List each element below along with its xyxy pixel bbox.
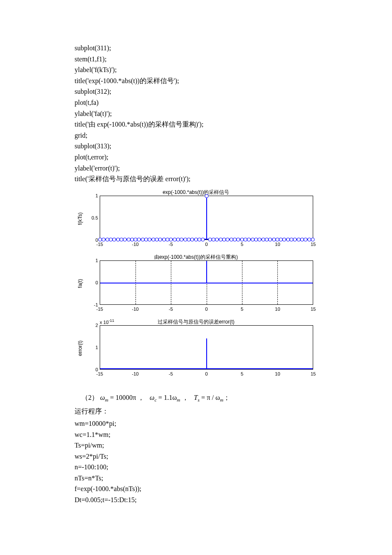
punct: ，	[180, 394, 189, 401]
chart-2-ylabel: fa(t)	[77, 279, 83, 288]
signal-peak	[206, 338, 207, 369]
xtick: -10	[132, 306, 139, 312]
eq: = π / ω	[199, 394, 220, 401]
chart-3-yticks: 2 1 0	[88, 325, 99, 370]
run-label: 运行程序：	[75, 405, 317, 418]
figure: exp(-1000.*abs(t))的采样信号 f(kTs) 1 0.5 0 -…	[77, 189, 315, 378]
signal-peak	[206, 261, 207, 283]
chart-3-plot	[100, 325, 313, 370]
code-block-top: subplot(311); stem(t1,f1); ylabel('f(kTs…	[75, 43, 317, 185]
chart-3-ylabel: error(t)	[77, 340, 83, 356]
scale-exp: -11	[109, 318, 114, 323]
xtick: 15	[311, 306, 316, 312]
chart-3-scale: x 10-11	[100, 318, 114, 325]
chart-2: 由exp(-1000.*abs(t))的采样信号重构) fa(t) 1 0 -1…	[77, 254, 315, 313]
page: subplot(311); stem(t1,f1); ylabel('f(kTs…	[0, 0, 392, 535]
chart-1-yticks: 1 0.5 0	[88, 196, 99, 240]
chart-3-xticks: -15 -10 -5 0 5 10 15	[100, 371, 313, 377]
chart-1-title: exp(-1000.*abs(t))的采样信号	[77, 189, 315, 196]
xtick: 5	[241, 306, 243, 312]
chart-2-title: 由exp(-1000.*abs(t))的采样信号重构)	[77, 254, 315, 261]
xtick: -5	[169, 371, 173, 376]
chart-1-ylabel: f(kTs)	[77, 212, 83, 225]
sym: ω	[150, 394, 154, 401]
xtick: -15	[96, 242, 103, 247]
punct: ；	[223, 394, 230, 401]
chart-2-xticks: -15 -10 -5 0 5 10 15	[100, 306, 313, 312]
chart-1-xticks: -15 -10 -5 0 5 10 15	[100, 242, 313, 248]
sub: m	[177, 397, 180, 402]
sym: ω	[100, 394, 105, 401]
stem-circle	[201, 237, 205, 241]
xtick: 15	[311, 242, 316, 247]
ytick: 2	[85, 323, 98, 328]
math-params-line: （2） ωm = 10000π ， ωc = 1.1ωm ， Ts = π / …	[75, 391, 317, 405]
eq: = 1.1ω	[157, 394, 177, 401]
xtick: -5	[169, 306, 173, 312]
item-prefix: （2）	[81, 394, 98, 401]
xtick: 5	[241, 242, 243, 247]
xtick: 10	[275, 242, 280, 247]
scale-label: x 10	[100, 319, 109, 324]
code-block-bottom: wm=10000*pi; wc=1.1*wm; Ts=pi/wm; ws=2*p…	[75, 418, 317, 506]
stem-peak	[206, 196, 207, 240]
stem-peak-circle	[205, 194, 208, 198]
xtick: 10	[275, 371, 280, 376]
ytick: 1	[85, 193, 98, 198]
math-section: （2） ωm = 10000π ， ωc = 1.1ωm ， Ts = π / …	[75, 391, 317, 506]
sym: T	[194, 394, 198, 401]
ytick: 1	[85, 345, 98, 350]
eq: = 10000π ，	[108, 394, 144, 401]
chart-2-plot	[100, 260, 313, 305]
xtick: -5	[169, 242, 173, 247]
xtick: 15	[311, 371, 316, 376]
chart-3: x 10-11 过采样信号与原信号的误差error(t) error(t) 2 …	[77, 318, 315, 378]
xtick: 5	[241, 371, 243, 376]
stem-circle	[311, 237, 315, 241]
xtick: -15	[96, 306, 103, 312]
chart-2-yticks: 1 0 -1	[88, 260, 99, 305]
xtick: -10	[132, 242, 139, 247]
xtick: -15	[96, 371, 103, 376]
xtick: 10	[275, 306, 280, 312]
signal-baseline	[100, 283, 313, 283]
xtick: 0	[205, 306, 208, 312]
ytick: 1	[85, 258, 98, 263]
ytick: 0	[85, 280, 98, 285]
chart-1-plot	[100, 196, 313, 240]
chart-1: exp(-1000.*abs(t))的采样信号 f(kTs) 1 0.5 0 -…	[77, 189, 315, 249]
xtick: 0	[205, 371, 208, 376]
xtick: -10	[132, 371, 139, 376]
ytick: 0.5	[85, 215, 98, 220]
xtick: 0	[205, 242, 208, 247]
